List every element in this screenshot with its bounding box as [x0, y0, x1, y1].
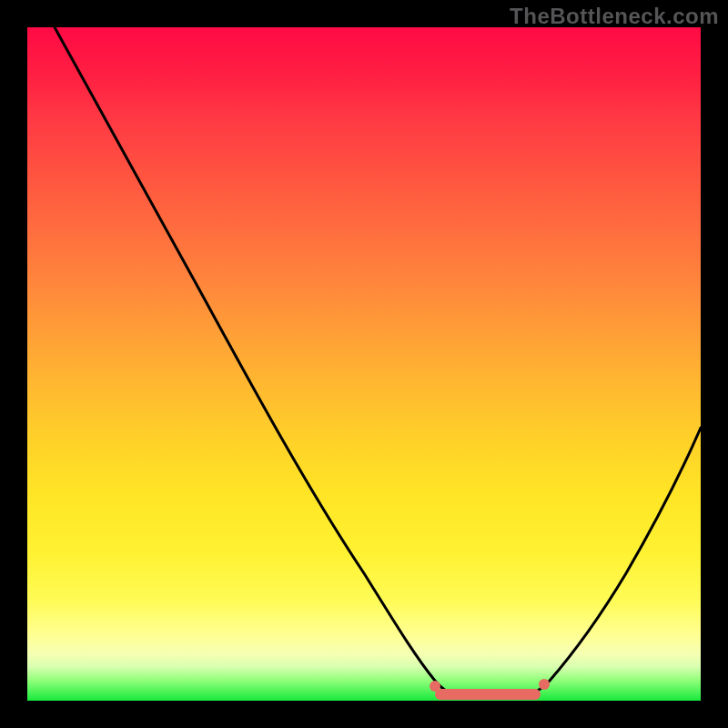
optimal-range-start-dot — [430, 681, 440, 692]
watermark-text: TheBottleneck.com — [510, 4, 719, 29]
optimal-range-band — [435, 689, 541, 700]
curve-path — [55, 27, 701, 696]
optimal-range-end-dot — [539, 679, 550, 690]
plot-area — [27, 27, 701, 701]
chart-frame: TheBottleneck.com — [0, 0, 728, 728]
bottleneck-curve — [27, 27, 701, 701]
